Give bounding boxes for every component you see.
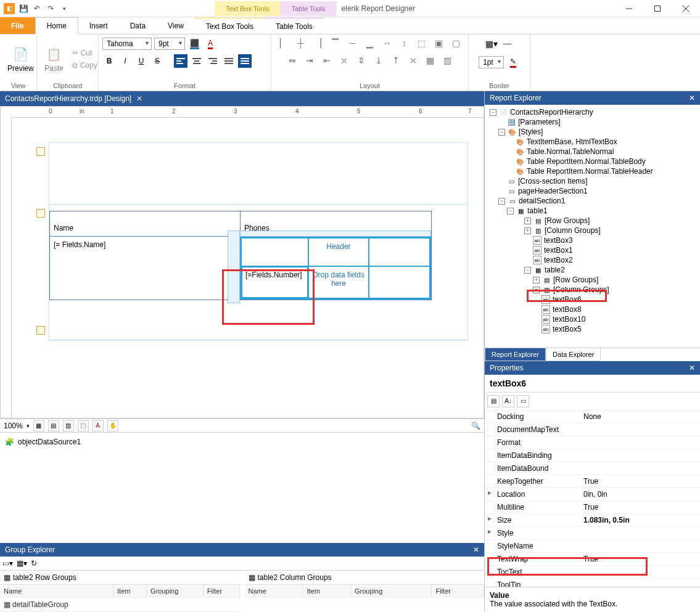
property-row-location[interactable]: ▸Location0in, 0in <box>485 488 700 501</box>
property-row-keeptogether[interactable]: KeepTogetherTrue <box>485 475 700 488</box>
underline-button[interactable]: U <box>134 54 148 68</box>
tree-node-params[interactable]: [Parameters] <box>518 118 561 126</box>
tree-node-style4[interactable]: Table ReportItem.Normal.TableHeader <box>527 167 653 176</box>
tree-node-tb2[interactable]: textBox2 <box>544 256 573 264</box>
dimensions-icon[interactable]: ⬚ <box>78 420 89 431</box>
show-grid-icon[interactable]: ▥ <box>63 420 74 431</box>
align-middles-icon[interactable]: ─ <box>347 37 359 49</box>
property-row-multiline[interactable]: MultilineTrue <box>485 501 700 514</box>
font-family-combo[interactable]: Tahoma <box>102 38 152 50</box>
hspace-equal-icon[interactable]: ⇔ <box>286 54 299 67</box>
tab-data[interactable]: Data <box>119 17 157 34</box>
property-row-documentmaptext[interactable]: DocumentMapText <box>485 423 700 436</box>
tree-node-tb8[interactable]: textBox8 <box>553 305 582 314</box>
italic-button[interactable]: I <box>118 54 132 68</box>
table1-name-header[interactable]: Name <box>50 211 241 236</box>
property-value[interactable] <box>581 540 700 552</box>
send-back-icon[interactable]: ▢ <box>450 37 463 49</box>
tree-node-tb3[interactable]: textBox3 <box>544 236 573 245</box>
strike-button[interactable]: S <box>150 54 164 68</box>
vspace-equal-icon[interactable]: ⇕ <box>355 54 368 67</box>
tree-node-style1[interactable]: TextItemBase, HtmlTextBox <box>527 137 617 146</box>
tree-node-table2[interactable]: table2 <box>545 266 565 274</box>
detail-handle[interactable] <box>36 209 45 218</box>
property-value[interactable]: True <box>581 553 700 565</box>
vspace-dec-icon[interactable]: ⤒ <box>390 54 402 67</box>
hspace-inc-icon[interactable]: ⇥ <box>303 54 316 67</box>
property-value[interactable] <box>581 436 700 449</box>
border-style-button[interactable]: ▦▾ <box>485 37 498 51</box>
qat-dropdown-icon[interactable]: ▾ <box>59 4 69 14</box>
property-row-docking[interactable]: DockingNone <box>485 410 700 423</box>
textbox6-cell[interactable]: [=Fields.Number] <box>241 266 308 298</box>
align-left-edges-icon[interactable]: ▏ <box>278 37 290 49</box>
detail-table-group-row[interactable]: ▦ detailTableGroup <box>0 598 113 612</box>
align-tops-icon[interactable]: ▔ <box>329 37 342 49</box>
property-row-toctext[interactable]: TocText <box>485 566 700 579</box>
nested-empty-header[interactable] <box>241 238 308 266</box>
snap-grid-icon[interactable]: ▦ <box>33 420 44 431</box>
tab-insert[interactable]: Insert <box>78 17 119 34</box>
property-row-stylename[interactable]: StyleName <box>485 540 700 553</box>
paste-button[interactable]: 📋 Paste <box>41 43 67 75</box>
nested-header-cell[interactable]: Header <box>308 238 369 266</box>
tab-home[interactable]: Home <box>35 17 78 35</box>
bring-front-icon[interactable]: ▣ <box>433 37 445 49</box>
tree-node-cross[interactable]: [Cross-section Items] <box>518 177 588 186</box>
tree-node-detail[interactable]: detailSection1 <box>519 197 565 205</box>
tree-node-rowgroups2[interactable]: [Row Groups] <box>553 275 598 284</box>
property-value[interactable]: True <box>581 501 700 513</box>
tree-node-tb1[interactable]: textBox1 <box>544 246 573 255</box>
tab-table-tools[interactable]: Table Tools <box>265 17 324 34</box>
page-header-section[interactable] <box>49 143 467 205</box>
tree-node-tb6[interactable]: textBox6 <box>553 295 582 304</box>
watermark-icon[interactable]: A <box>93 420 104 431</box>
categorized-icon[interactable]: ▤ <box>487 395 500 407</box>
ge-toolbar-btn2[interactable]: ▦▾ <box>17 559 27 568</box>
align-justify-button[interactable] <box>222 54 236 68</box>
designer-surface[interactable]: 0 in 1 2 3 4 5 6 7 <box>0 106 484 418</box>
property-value[interactable]: None <box>581 410 700 423</box>
row-groups-grid[interactable]: NameItemGroupingFilter ▦ detailTableGrou… <box>0 585 240 612</box>
border-color-button[interactable]: ✎ <box>506 55 520 69</box>
center-vert-icon[interactable]: ▥ <box>442 54 454 67</box>
property-value[interactable] <box>581 449 700 462</box>
property-row-textwrap[interactable]: TextWrapTrue <box>485 553 700 566</box>
hspace-dec-icon[interactable]: ⇤ <box>321 54 333 67</box>
property-row-itemdatabinding[interactable]: ItemDataBinding <box>485 449 700 462</box>
ge-toolbar-btn3[interactable]: ↻ <box>31 559 37 568</box>
vspace-remove-icon[interactable]: ⤬ <box>407 54 419 67</box>
close-tab-icon[interactable]: ✕ <box>136 94 142 103</box>
align-left-button[interactable] <box>174 54 187 68</box>
copy-button[interactable]: ⧉Copy <box>70 60 100 71</box>
zoom-fit-icon[interactable]: 🔍 <box>471 422 480 430</box>
property-row-size[interactable]: ▸Size1.083in, 0.5in <box>485 514 700 527</box>
valign-button[interactable] <box>238 54 252 68</box>
property-row-tooltip[interactable]: ToolTip <box>485 579 700 587</box>
font-size-combo[interactable]: 9pt <box>154 38 185 50</box>
properties-close-icon[interactable]: ✕ <box>689 364 695 372</box>
align-right-edges-icon[interactable]: ▕ <box>312 37 324 49</box>
preview-button[interactable]: 📄 Preview <box>4 43 38 75</box>
undo-icon[interactable]: ↶ <box>32 4 42 14</box>
expand-icon[interactable]: ▸ <box>485 514 495 526</box>
property-row-itemdatabound[interactable]: ItemDataBound <box>485 462 700 475</box>
nested-drop-cell[interactable]: Drop data fields here <box>308 266 369 298</box>
save-icon[interactable]: 💾 <box>19 4 28 14</box>
property-value[interactable]: 1.083in, 0.5in <box>581 514 700 526</box>
tree-node-styles[interactable]: [Styles] <box>519 128 543 136</box>
tree-node-rowgroups[interactable]: [Row Groups] <box>545 216 590 225</box>
tree-node-colgroups[interactable]: [Column Groups] <box>545 226 601 235</box>
border-none-button[interactable]: — <box>501 37 514 51</box>
cut-button[interactable]: ✂Cut <box>70 47 100 59</box>
tree-node-pageheader[interactable]: pageHeaderSection1 <box>518 187 588 195</box>
collapse-icon[interactable]: − <box>490 109 496 116</box>
property-value[interactable] <box>581 527 700 539</box>
align-right-button[interactable] <box>206 54 220 68</box>
redo-icon[interactable]: ↷ <box>46 4 56 14</box>
property-value[interactable]: True <box>581 475 700 488</box>
snap-lines-icon[interactable]: ▤ <box>48 420 59 431</box>
pageheader-handle[interactable] <box>36 147 45 156</box>
tab-textbox-tools[interactable]: Text Box Tools <box>195 17 265 34</box>
property-value[interactable] <box>581 566 700 578</box>
